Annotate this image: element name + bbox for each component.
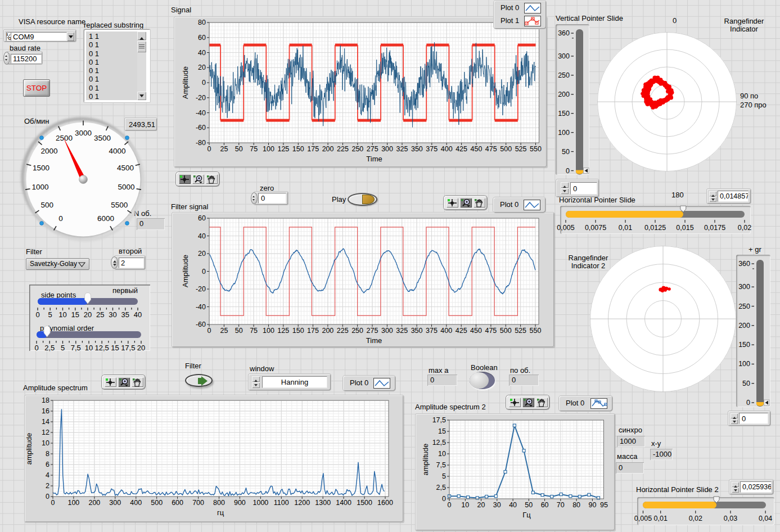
svg-text:150: 150 xyxy=(292,327,304,335)
svg-text:0: 0 xyxy=(566,167,570,175)
svg-text:25: 25 xyxy=(96,310,104,319)
svg-text:2000: 2000 xyxy=(41,147,58,155)
svg-text:100: 100 xyxy=(263,145,274,153)
svg-text:275: 275 xyxy=(367,327,378,335)
svg-text:10: 10 xyxy=(58,310,66,319)
svg-text:0,005: 0,005 xyxy=(557,224,574,232)
svg-text:800: 800 xyxy=(213,499,225,507)
svg-text:17,5: 17,5 xyxy=(121,344,135,352)
svg-text:275: 275 xyxy=(366,145,378,153)
svg-text:250: 250 xyxy=(558,71,570,79)
svg-text:гц: гц xyxy=(217,508,224,517)
svg-text:0: 0 xyxy=(202,268,206,276)
svg-text:10: 10 xyxy=(438,450,446,458)
svg-text:0,04: 0,04 xyxy=(759,515,772,522)
svg-text:400: 400 xyxy=(440,145,452,153)
svg-text:100: 100 xyxy=(263,327,274,335)
svg-text:17,5: 17,5 xyxy=(432,416,445,424)
svg-text:10: 10 xyxy=(461,501,469,509)
svg-text:100: 100 xyxy=(67,499,79,507)
svg-text:6000: 6000 xyxy=(97,214,114,223)
svg-text:-60: -60 xyxy=(195,124,205,132)
svg-text:80: 80 xyxy=(198,19,206,26)
svg-text:350: 350 xyxy=(411,145,422,153)
svg-text:300: 300 xyxy=(558,52,570,60)
svg-text:200: 200 xyxy=(322,145,333,153)
svg-text:3500: 3500 xyxy=(94,134,111,142)
svg-text:Гц: Гц xyxy=(522,511,531,519)
svg-text:2: 2 xyxy=(46,482,49,490)
svg-text:525: 525 xyxy=(515,327,526,335)
svg-text:5500: 5500 xyxy=(111,201,128,209)
svg-text:15: 15 xyxy=(438,427,446,435)
svg-text:40: 40 xyxy=(198,232,206,240)
svg-text:0,015: 0,015 xyxy=(676,224,693,232)
svg-text:200: 200 xyxy=(558,91,570,98)
svg-text:-80: -80 xyxy=(195,139,205,147)
svg-text:15: 15 xyxy=(71,310,79,319)
svg-text:0,02: 0,02 xyxy=(738,224,751,232)
svg-text:200: 200 xyxy=(88,499,100,507)
svg-text:375: 375 xyxy=(426,327,438,335)
svg-text:1200: 1200 xyxy=(294,499,310,507)
svg-text:8: 8 xyxy=(46,450,49,458)
svg-text:60: 60 xyxy=(198,214,206,222)
svg-text:0,005: 0,005 xyxy=(634,515,652,522)
svg-text:80: 80 xyxy=(572,501,580,509)
svg-text:125: 125 xyxy=(277,327,289,335)
svg-text:4500: 4500 xyxy=(117,164,134,172)
svg-text:-20: -20 xyxy=(196,285,206,293)
svg-text:4000: 4000 xyxy=(109,147,125,155)
svg-text:0: 0 xyxy=(34,344,38,352)
svg-text:75: 75 xyxy=(250,145,258,153)
svg-text:0: 0 xyxy=(207,145,211,153)
svg-text:475: 475 xyxy=(485,327,497,335)
svg-text:3000: 3000 xyxy=(75,129,92,137)
svg-text:-40: -40 xyxy=(195,109,205,117)
svg-text:35: 35 xyxy=(121,310,129,319)
svg-text:360: 360 xyxy=(738,260,750,268)
svg-text:Time: Time xyxy=(366,336,382,345)
svg-text:50: 50 xyxy=(742,380,750,387)
svg-text:-20: -20 xyxy=(195,94,205,102)
svg-text:300: 300 xyxy=(381,327,393,335)
svg-text:0,02: 0,02 xyxy=(689,515,702,522)
svg-text:0: 0 xyxy=(202,79,206,87)
svg-text:7,5: 7,5 xyxy=(71,344,81,352)
svg-text:10: 10 xyxy=(85,344,93,352)
svg-text:175: 175 xyxy=(307,327,319,335)
svg-text:150: 150 xyxy=(292,145,304,153)
svg-text:0,0175: 0,0175 xyxy=(704,224,725,232)
svg-text:1600: 1600 xyxy=(377,499,393,507)
svg-text:250: 250 xyxy=(351,145,363,153)
svg-text:Amplitude: Amplitude xyxy=(181,255,190,287)
svg-text:I: I xyxy=(7,33,8,37)
svg-text:50: 50 xyxy=(562,148,570,156)
svg-text:700: 700 xyxy=(192,499,204,507)
svg-text:425: 425 xyxy=(456,327,467,335)
svg-text:0: 0 xyxy=(58,214,63,223)
svg-text:360: 360 xyxy=(558,29,570,37)
svg-text:500: 500 xyxy=(500,327,512,335)
svg-text:0: 0 xyxy=(746,399,750,407)
svg-text:450: 450 xyxy=(470,145,482,153)
svg-text:14: 14 xyxy=(42,418,49,426)
svg-text:16: 16 xyxy=(42,407,49,415)
svg-text:7,5: 7,5 xyxy=(436,461,445,469)
svg-text:12,5: 12,5 xyxy=(95,344,109,352)
svg-text:325: 325 xyxy=(396,145,408,153)
svg-text:90: 90 xyxy=(588,501,596,509)
svg-text:0,03: 0,03 xyxy=(724,515,737,522)
svg-text:0: 0 xyxy=(208,327,211,335)
svg-text:0: 0 xyxy=(35,310,39,319)
svg-text:1100: 1100 xyxy=(274,499,289,507)
svg-text:550: 550 xyxy=(530,327,542,335)
svg-text:10: 10 xyxy=(42,439,49,447)
svg-text:1000: 1000 xyxy=(32,183,49,191)
svg-text:5: 5 xyxy=(48,310,52,319)
svg-text:0,0075: 0,0075 xyxy=(585,224,606,232)
svg-text:40: 40 xyxy=(134,310,142,319)
svg-text:20: 20 xyxy=(198,250,206,258)
svg-text:60: 60 xyxy=(540,501,548,509)
svg-text:1500: 1500 xyxy=(33,164,49,172)
